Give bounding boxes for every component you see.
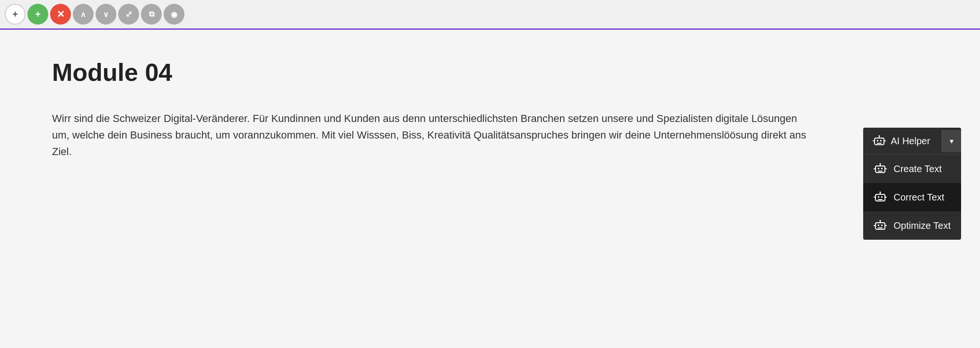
expand-button[interactable]: ⤢ [118,4,139,25]
chevron-icon: ▾ [950,137,954,146]
add-green-button[interactable]: + [27,4,48,25]
module-title: Module 04 [52,58,928,87]
optimize-text-robot-icon [874,219,887,232]
ai-dropdown-menu: Create Text Correct Text [863,154,961,240]
plus-icon-green: + [35,9,41,20]
svg-rect-1 [877,140,878,141]
create-text-menu-item[interactable]: Create Text [863,155,961,183]
copy-icon: ⧉ [149,10,154,18]
svg-rect-25 [878,225,879,226]
view-button[interactable]: ◉ [164,4,184,25]
svg-rect-9 [878,168,879,169]
svg-point-13 [880,163,881,165]
ai-robot-icon [873,134,886,148]
chevron-up-icon: ∧ [80,10,86,19]
svg-rect-18 [881,196,883,198]
svg-rect-17 [878,196,879,198]
create-text-label: Create Text [893,164,942,174]
svg-point-29 [880,220,881,221]
chevron-down-icon: ∨ [103,10,109,19]
svg-rect-2 [880,140,882,141]
correct-text-menu-item[interactable]: Correct Text [863,183,961,211]
optimize-text-menu-item[interactable]: Optimize Text [863,211,961,240]
correct-text-label: Correct Text [893,192,944,203]
expand-icon: ⤢ [125,9,132,19]
module-body-text: Wirr sind die Schweizer Digital-Veränder… [52,110,809,160]
times-icon: ✕ [57,9,65,20]
toolbar: + + ✕ ∧ ∨ ⤢ ⧉ ◉ [0,0,980,30]
ai-helper-chevron-button[interactable]: ▾ [942,130,961,152]
add-white-button[interactable]: + [5,4,26,25]
plus-icon: + [12,9,18,20]
svg-point-5 [879,135,880,137]
ai-helper-main-button[interactable]: AI Helper [863,128,942,154]
ai-helper-dropdown: AI Helper ▾ Create Text [863,128,961,240]
eye-icon: ◉ [171,10,177,19]
ai-helper-header[interactable]: AI Helper ▾ [863,128,961,154]
correct-text-robot-icon [874,191,887,204]
copy-button[interactable]: ⧉ [141,4,162,25]
create-text-robot-icon [874,162,887,175]
optimize-text-label: Optimize Text [893,220,951,231]
ai-helper-label: AI Helper [891,136,930,147]
main-content: Module 04 Wirr sind die Schweizer Digita… [0,30,980,179]
move-down-button[interactable]: ∨ [96,4,116,25]
move-up-button[interactable]: ∧ [73,4,94,25]
svg-rect-26 [881,225,883,226]
svg-rect-10 [881,168,883,169]
svg-point-21 [880,191,881,193]
remove-button[interactable]: ✕ [50,4,71,25]
